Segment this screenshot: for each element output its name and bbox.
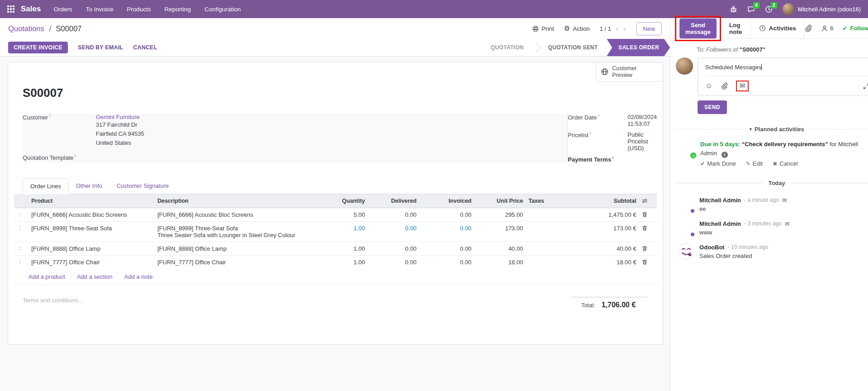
following-button[interactable]: ✔ Following [842, 25, 868, 32]
user-menu[interactable]: Mitchell Admin (odoo16) [783, 3, 861, 15]
pager-prev-icon[interactable]: ‹ [616, 25, 619, 32]
payment-terms-field[interactable] [627, 156, 657, 163]
table-row[interactable]: [FURN_8888] Office Lamp [FURN_8888] Offi… [14, 242, 657, 256]
debug-bug-icon[interactable] [730, 5, 737, 13]
col-invoiced[interactable]: Invoiced [419, 194, 474, 208]
message-author[interactable]: OdooBot [699, 243, 725, 252]
chatter-message[interactable]: OdooBot - 10 minutes ago Sales Order cre… [676, 240, 868, 263]
cell-description[interactable]: [FURN_8999] Three-Seat Sofa Three Seater… [155, 222, 323, 242]
drag-handle-icon[interactable] [17, 225, 23, 231]
stage-quotation-sent[interactable]: QUOTATION SENT [539, 39, 607, 56]
chatter-message[interactable]: Mitchell Admin - 3 minutes ago ✉ www [676, 216, 868, 240]
col-unit-price[interactable]: Unit Price [474, 194, 526, 208]
col-product[interactable]: Product [28, 194, 155, 208]
email-template-button[interactable]: ✉ [739, 82, 745, 90]
attachments-button[interactable] [804, 24, 812, 32]
cell-quantity[interactable]: 1.00 [323, 242, 368, 256]
log-note-tab[interactable]: Log note [721, 18, 750, 38]
cell-product[interactable]: [FURN_7777] Office Chair [28, 256, 155, 269]
cell-taxes[interactable] [526, 242, 566, 256]
composer-input[interactable]: Scheduled Messages [698, 58, 868, 76]
cell-taxes[interactable] [526, 208, 566, 222]
menu-configuration[interactable]: Configuration [204, 6, 241, 13]
cell-description[interactable]: [FURN_7777] Office Chair [155, 256, 323, 269]
cell-delivered[interactable]: 0.00 [368, 256, 419, 269]
mark-done-button[interactable]: ✔Mark Done [700, 160, 736, 167]
col-delivered[interactable]: Delivered [368, 194, 419, 208]
menu-to-invoice[interactable]: To Invoice [86, 6, 113, 13]
stage-quotation[interactable]: QUOTATION [481, 39, 533, 56]
pager-next-icon[interactable]: › [623, 25, 626, 32]
followers-button[interactable]: 6 [821, 25, 833, 32]
message-author[interactable]: Mitchell Admin [699, 196, 741, 205]
customer-link[interactable]: Gemini Furniture [96, 114, 567, 120]
create-invoice-button[interactable]: CREATE INVOICE [8, 42, 68, 53]
cell-invoiced[interactable]: 0.00 [419, 222, 474, 242]
cell-delivered[interactable]: 0.00 [368, 222, 419, 242]
menu-products[interactable]: Products [127, 6, 151, 13]
table-row[interactable]: [FURN_7777] Office Chair [FURN_7777] Off… [14, 256, 657, 269]
cell-product[interactable]: [FURN_8888] Office Lamp [28, 242, 155, 256]
tab-other-info[interactable]: Other Info [69, 178, 109, 194]
chatter-message[interactable]: Mitchell Admin - a minute ago ✉ ee [676, 193, 868, 216]
send-message-button[interactable]: Send message [679, 19, 717, 38]
cancel-button[interactable]: CANCEL [133, 44, 157, 51]
col-subtotal[interactable]: Subtotal [566, 194, 639, 208]
optional-columns-icon[interactable] [642, 198, 648, 204]
cell-quantity[interactable]: 1.00 [323, 256, 368, 269]
message-author[interactable]: Mitchell Admin [699, 219, 741, 228]
cell-invoiced[interactable]: 0.00 [419, 256, 474, 269]
cell-description[interactable]: [FURN_6666] Acoustic Bloc Screens [155, 208, 323, 222]
drag-handle-icon[interactable] [17, 211, 23, 218]
table-row[interactable]: [FURN_6666] Acoustic Bloc Screens [FURN_… [14, 208, 657, 222]
add-a-section-link[interactable]: Add a section [77, 273, 113, 280]
attach-file-button[interactable] [721, 82, 728, 90]
cell-unit-price[interactable]: 40.00 [474, 242, 526, 256]
menu-reporting[interactable]: Reporting [165, 6, 191, 13]
delete-line-icon[interactable] [642, 211, 648, 218]
cell-quantity[interactable]: 5.00 [323, 208, 368, 222]
breadcrumb-quotations[interactable]: Quotations [8, 24, 44, 33]
add-a-note-link[interactable]: Add a note [124, 273, 153, 280]
delete-line-icon[interactable] [642, 259, 648, 265]
quotation-template-field[interactable] [96, 154, 567, 163]
cell-unit-price[interactable]: 295.00 [474, 208, 526, 222]
add-a-product-link[interactable]: Add a product [28, 273, 65, 280]
stage-sales-order[interactable]: SALES ORDER [607, 39, 670, 56]
cell-unit-price[interactable]: 18.00 [474, 256, 526, 269]
messages-icon[interactable]: 4 [747, 5, 755, 13]
col-description[interactable]: Description [155, 194, 323, 208]
send-by-email-button[interactable]: SEND BY EMAIL [78, 44, 123, 51]
activities-tab[interactable]: Activities [751, 18, 804, 38]
drag-handle-icon[interactable] [17, 259, 23, 265]
delete-line-icon[interactable] [642, 225, 648, 231]
cell-taxes[interactable] [526, 256, 566, 269]
cell-invoiced[interactable]: 0.00 [419, 242, 474, 256]
customer-preview-button[interactable]: Customer Preview [596, 62, 663, 81]
apps-grid-icon[interactable] [7, 5, 14, 13]
cell-product[interactable]: [FURN_8999] Three-Seat Sofa [28, 222, 155, 242]
order-date-value[interactable]: 02/08/2024 11:53:07 [627, 114, 657, 127]
drag-handle-icon[interactable] [17, 245, 23, 252]
cell-invoiced[interactable]: 0.00 [419, 208, 474, 222]
cell-unit-price[interactable]: 173.00 [474, 222, 526, 242]
info-icon[interactable]: i [722, 152, 728, 158]
edit-activity-button[interactable]: ✎Edit [746, 160, 763, 167]
cell-taxes[interactable] [526, 222, 566, 242]
new-button[interactable]: New [636, 22, 662, 35]
table-row[interactable]: [FURN_8999] Three-Seat Sofa [FURN_8999] … [14, 222, 657, 242]
print-button[interactable]: Print [532, 25, 554, 32]
col-quantity[interactable]: Quantity [323, 194, 368, 208]
cell-quantity[interactable]: 1.00 [323, 222, 368, 242]
activities-clock-icon[interactable]: 2 [765, 5, 773, 13]
menu-orders[interactable]: Orders [53, 6, 72, 13]
cancel-activity-button[interactable]: ✖Cancel [773, 160, 798, 167]
expand-composer-button[interactable] [863, 83, 868, 90]
cell-delivered[interactable]: 0.00 [368, 242, 419, 256]
cell-product[interactable]: [FURN_6666] Acoustic Bloc Screens [28, 208, 155, 222]
pricelist-value[interactable]: Public Pricelist (USD) [627, 131, 657, 152]
action-button[interactable]: ⚙ Action [564, 25, 590, 32]
tab-order-lines[interactable]: Order Lines [23, 178, 69, 194]
send-button[interactable]: SEND [698, 100, 727, 114]
delete-line-icon[interactable] [642, 245, 648, 252]
